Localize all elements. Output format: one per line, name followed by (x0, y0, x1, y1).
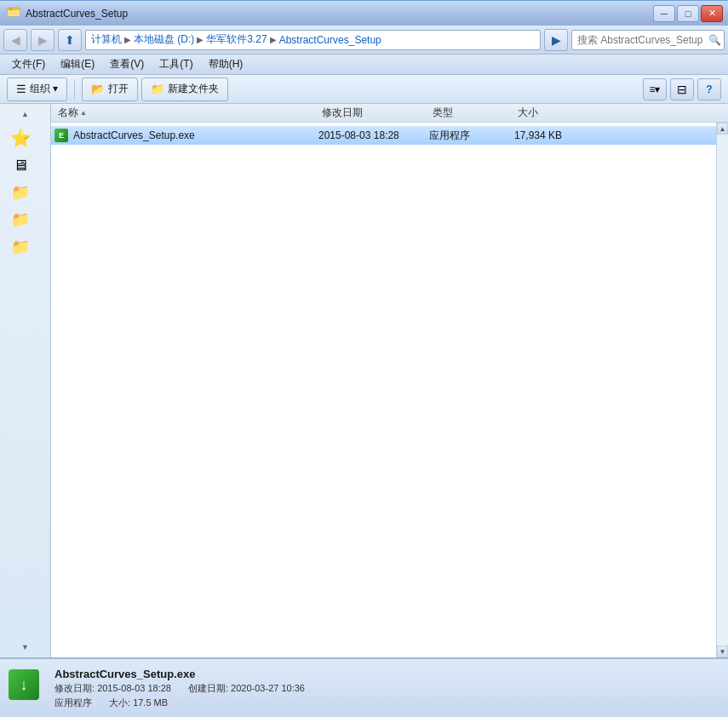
sidebar-scroll-up[interactable]: ▲ (0, 107, 50, 121)
sidebar-item-downloads[interactable]: 📁 (3, 234, 37, 260)
exe-letter: ↓ (20, 676, 28, 694)
menu-bar: 文件(F) 编辑(E) 查看(V) 工具(T) 帮助(H) (0, 54, 728, 75)
status-bar: ↓ AbstractCurves_Setup.exe 修改日期: 2015-08… (0, 657, 728, 717)
breadcrumb[interactable]: 计算机 ▶ 本地磁盘 (D:) ▶ 华军软件3.27 ▶ AbstractCur… (85, 30, 541, 50)
maximize-button[interactable]: □ (677, 5, 699, 22)
status-size-text: 大小: (109, 697, 130, 708)
toolbar: ☰ 组织 ▾ 📂 打开 📁 新建文件夹 ≡▾ ⊟ ? (0, 75, 728, 104)
open-button[interactable]: 📂 打开 (82, 77, 138, 101)
menu-help[interactable]: 帮助(H) (202, 55, 250, 73)
star-icon: ⭐ (10, 128, 32, 148)
status-details-row-2: 应用程序 大小: 17.5 MB (54, 697, 719, 709)
toolbar-right: ≡▾ ⊟ ? (643, 78, 721, 100)
breadcrumb-item-current[interactable]: AbstractCurves_Setup (279, 34, 381, 46)
breadcrumb-item-software[interactable]: 华军软件3.27 (206, 32, 267, 47)
search-icon: 🔍 (708, 34, 721, 46)
title-bar-controls: ─ □ ✕ (653, 5, 723, 22)
col-header-date[interactable]: 修改日期 (318, 106, 429, 120)
scroll-up-arrow[interactable]: ▲ (717, 123, 728, 135)
file-name-text: AbstractCurves_Setup.exe (73, 129, 195, 141)
sort-arrow-icon: ▲ (80, 109, 87, 117)
col-size-label: 大小 (518, 106, 538, 120)
main-layout: ▲ ⭐ 🖥 📁 📁 📁 ▼ 名称 ▲ (0, 104, 728, 657)
exe-file-icon: E (54, 129, 68, 142)
sidebar-scroll-down[interactable]: ▼ (0, 640, 50, 654)
file-cell-date: 2015-08-03 18:28 (318, 129, 429, 141)
title-bar-left: AbstractCurves_Setup (7, 5, 128, 21)
file-cell-size: 17,934 KB (514, 129, 591, 141)
status-modified-date: 2015-08-03 18:28 (97, 683, 171, 693)
col-header-size[interactable]: 大小 (514, 106, 591, 120)
status-created-date: 2020-03-27 10:36 (231, 683, 305, 693)
column-headers: 名称 ▲ 修改日期 类型 大小 (51, 104, 728, 123)
status-exe-icon: ↓ (9, 669, 39, 700)
refresh-button[interactable]: ▶ (544, 29, 568, 51)
col-name-label: 名称 (58, 106, 78, 120)
scroll-track[interactable] (717, 135, 728, 645)
status-file-icon: ↓ (9, 669, 46, 707)
preview-pane-button[interactable]: ⊟ (670, 78, 694, 100)
title-bar: AbstractCurves_Setup ─ □ ✕ (0, 0, 728, 26)
organize-icon: ☰ (16, 83, 26, 95)
status-filename: AbstractCurves_Setup.exe (54, 668, 719, 680)
sidebar-items: ⭐ 🖥 📁 📁 📁 (0, 121, 50, 640)
folder-icon-sidebar: 📁 (11, 183, 30, 202)
sidebar: ▲ ⭐ 🖥 📁 📁 📁 ▼ (0, 104, 51, 657)
sidebar-item-library[interactable]: 📁 (3, 207, 37, 232)
back-button[interactable]: ◀ (3, 29, 27, 51)
monitor-icon: 🖥 (13, 157, 28, 175)
scroll-down-arrow[interactable]: ▼ (717, 645, 728, 657)
search-bar: 🔍 (571, 30, 725, 50)
minimize-button[interactable]: ─ (653, 5, 675, 22)
status-details-row-1: 修改日期: 2015-08-03 18:28 创建日期: 2020-03-27 … (54, 682, 719, 695)
file-cell-name: E AbstractCurves_Setup.exe (54, 129, 318, 142)
forward-button[interactable]: ▶ (31, 29, 54, 51)
breadcrumb-item-computer[interactable]: 计算机 (91, 32, 122, 47)
col-header-name[interactable]: 名称 ▲ (54, 106, 318, 120)
open-icon: 📂 (91, 83, 105, 95)
svg-rect-1 (8, 10, 20, 16)
status-modified-label: 修改日期: 2015-08-03 18:28 (54, 682, 171, 695)
sidebar-item-documents[interactable]: 📁 (3, 180, 37, 205)
menu-view[interactable]: 查看(V) (103, 55, 151, 73)
title-icon (7, 5, 20, 21)
title-text: AbstractCurves_Setup (26, 8, 128, 20)
file-list: E AbstractCurves_Setup.exe 2015-08-03 18… (51, 123, 716, 657)
search-input[interactable] (577, 34, 705, 46)
menu-file[interactable]: 文件(F) (5, 55, 52, 73)
sidebar-item-desktop[interactable]: 🖥 (3, 153, 37, 178)
up-button[interactable]: ⬆ (58, 29, 82, 51)
status-modified-text: 修改日期: (54, 683, 95, 693)
organize-label: 组织 ▾ (30, 82, 58, 96)
sidebar-item-favorites[interactable]: ⭐ (3, 124, 37, 152)
status-created-label: 创建日期: 2020-03-27 10:36 (188, 682, 305, 695)
address-bar: ◀ ▶ ⬆ 计算机 ▶ 本地磁盘 (D:) ▶ 华军软件3.27 ▶ Abstr… (0, 26, 728, 54)
file-cell-type: 应用程序 (429, 129, 514, 143)
status-info: AbstractCurves_Setup.exe 修改日期: 2015-08-0… (54, 668, 719, 709)
breadcrumb-sep-2: ▶ (197, 35, 203, 44)
new-folder-label: 新建文件夹 (168, 82, 219, 96)
breadcrumb-item-disk[interactable]: 本地磁盘 (D:) (134, 32, 194, 47)
breadcrumb-sep-1: ▶ (124, 35, 131, 44)
col-type-label: 类型 (433, 106, 453, 120)
file-area: 名称 ▲ 修改日期 类型 大小 E AbstractCurves_Setup.e… (51, 104, 728, 657)
menu-tools[interactable]: 工具(T) (152, 55, 199, 73)
new-folder-icon: 📁 (151, 83, 164, 95)
close-button[interactable]: ✕ (701, 5, 723, 22)
scrollbar[interactable]: ▲ ▼ (716, 123, 728, 657)
organize-button[interactable]: ☰ 组织 ▾ (7, 77, 67, 101)
toolbar-separator-1 (74, 79, 75, 100)
new-folder-button[interactable]: 📁 新建文件夹 (141, 77, 228, 101)
status-type: 应用程序 (54, 697, 92, 709)
table-row[interactable]: E AbstractCurves_Setup.exe 2015-08-03 18… (51, 126, 716, 145)
col-date-label: 修改日期 (322, 106, 363, 120)
col-header-type[interactable]: 类型 (429, 106, 514, 120)
breadcrumb-sep-3: ▶ (270, 35, 277, 44)
status-size-label: 大小: 17.5 MB (109, 697, 168, 709)
menu-edit[interactable]: 编辑(E) (54, 55, 101, 73)
library-icon: 📁 (11, 210, 30, 229)
view-toggle-button[interactable]: ≡▾ (643, 78, 667, 100)
status-created-text: 创建日期: (188, 683, 228, 693)
help-button[interactable]: ? (697, 78, 721, 100)
svg-rect-2 (9, 9, 13, 10)
